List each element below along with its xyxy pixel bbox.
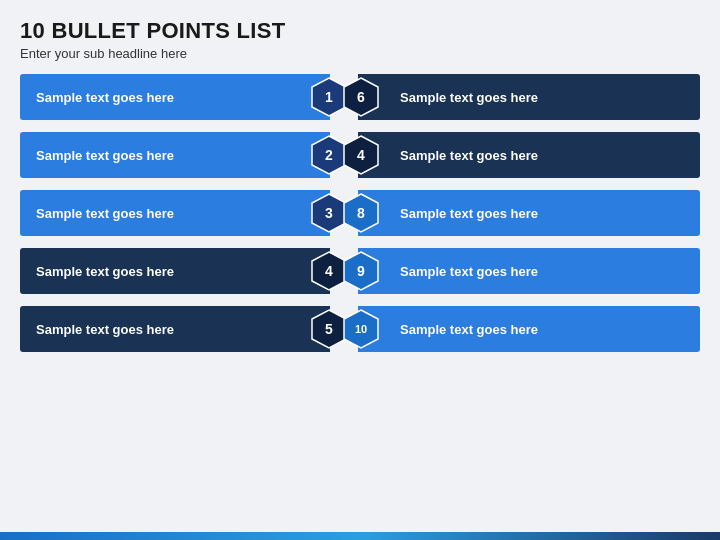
right-text-1: Sample text goes here [400,90,538,105]
left-text-2: Sample text goes here [36,148,174,163]
right-bar-4: Sample text goes here9 [358,248,700,294]
left-bar-4: Sample text goes here4 [20,248,350,294]
left-bar-5: Sample text goes here5 [20,306,350,352]
slide: 10 BULLET POINTS LIST Enter your sub hea… [0,0,720,540]
right-badge-3: 8 [340,192,382,234]
list-item-3: Sample text goes here3Sample text goes h… [20,187,700,239]
main-title: 10 BULLET POINTS LIST [20,18,700,44]
right-bar-1: Sample text goes here6 [358,74,700,120]
list-item-2: Sample text goes here2Sample text goes h… [20,129,700,181]
left-bar-1: Sample text goes here1 [20,74,350,120]
right-badge-2: 4 [340,134,382,176]
sub-headline: Enter your sub headline here [20,46,700,61]
right-badge-1: 6 [340,76,382,118]
right-text-2: Sample text goes here [400,148,538,163]
right-bar-2: Sample text goes here4 [358,132,700,178]
list-item-4: Sample text goes here4Sample text goes h… [20,245,700,297]
left-bar-2: Sample text goes here2 [20,132,350,178]
rows-container: Sample text goes here1Sample text goes h… [20,71,700,355]
left-text-4: Sample text goes here [36,264,174,279]
list-item-1: Sample text goes here1Sample text goes h… [20,71,700,123]
right-text-4: Sample text goes here [400,264,538,279]
right-bar-3: Sample text goes here8 [358,190,700,236]
right-text-5: Sample text goes here [400,322,538,337]
list-item-5: Sample text goes here5Sample text goes h… [20,303,700,355]
left-text-5: Sample text goes here [36,322,174,337]
left-text-3: Sample text goes here [36,206,174,221]
right-badge-4: 9 [340,250,382,292]
left-text-1: Sample text goes here [36,90,174,105]
right-badge-5: 10 [340,308,382,350]
bottom-bar [0,532,720,540]
right-text-3: Sample text goes here [400,206,538,221]
left-bar-3: Sample text goes here3 [20,190,350,236]
right-bar-5: Sample text goes here10 [358,306,700,352]
